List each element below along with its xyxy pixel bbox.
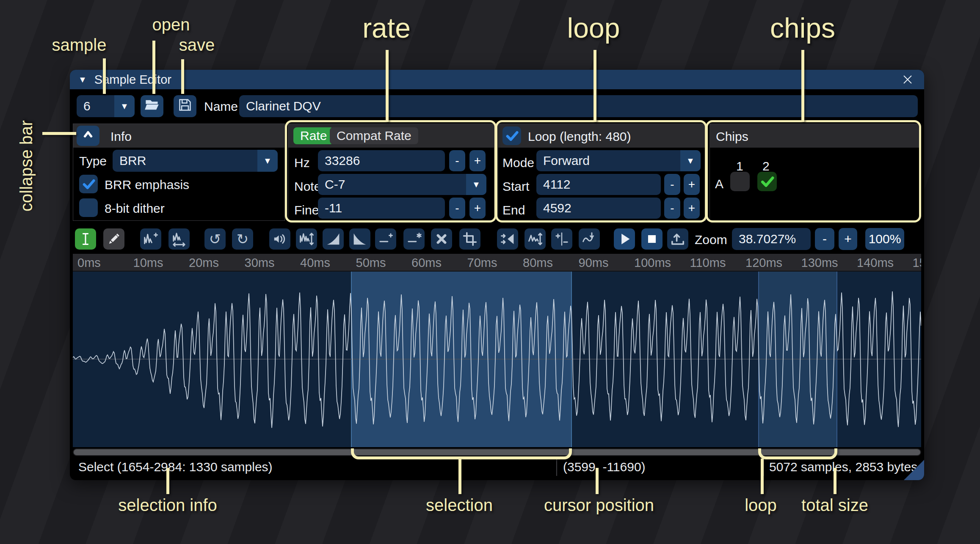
- loop-mode-value: Forward: [543, 154, 590, 168]
- status-separator: [556, 459, 557, 476]
- fade-out-button[interactable]: [349, 228, 370, 250]
- chips-header-label: Chips: [716, 129, 748, 144]
- apply-filter-button[interactable]: [579, 228, 600, 250]
- status-selection-info: Select (1654-2984: 1330 samples): [78, 460, 273, 474]
- window-title: Sample Editor: [94, 73, 171, 87]
- titlebar[interactable]: ▼ Sample Editor: [70, 70, 924, 89]
- chevron-up-icon: [81, 128, 95, 144]
- ruler-tick: 70ms: [467, 256, 497, 270]
- insert-silence-button[interactable]: [375, 228, 396, 250]
- note-value: C-7: [325, 177, 345, 192]
- type-value: BRR: [119, 154, 146, 168]
- name-input[interactable]: Clarinet DQV: [239, 95, 918, 117]
- annotation-cursor-position: cursor position: [544, 496, 654, 515]
- amplify-button[interactable]: [269, 228, 290, 250]
- note-dropdown[interactable]: C-7 ▼: [318, 174, 486, 195]
- chip-2-checkbox[interactable]: [757, 172, 777, 191]
- annotation-rate: rate: [362, 12, 411, 44]
- loop-end-input[interactable]: 4592: [536, 198, 661, 219]
- hz-plus-button[interactable]: +: [469, 150, 486, 171]
- name-value: Clarinet DQV: [246, 99, 321, 113]
- hz-label: Hz: [294, 156, 310, 170]
- waveform-plot: [73, 272, 921, 447]
- annotation-selection-info: selection info: [118, 496, 217, 515]
- type-label: Type: [79, 154, 107, 168]
- chevron-down-icon[interactable]: ▼: [114, 95, 135, 117]
- chevron-down-icon[interactable]: ▼: [257, 150, 278, 172]
- zoom-reset-button[interactable]: 100%: [865, 228, 904, 250]
- annotation-line-save: [181, 59, 184, 94]
- import-button[interactable]: [667, 228, 688, 250]
- chevron-down-icon[interactable]: ▼: [680, 150, 701, 171]
- chevron-down-icon[interactable]: ▼: [466, 174, 486, 195]
- info-panel-header: [73, 124, 284, 148]
- window-collapse-icon[interactable]: ▼: [78, 75, 87, 85]
- dither-checkbox[interactable]: [79, 198, 98, 217]
- loop-start-minus-button[interactable]: -: [664, 174, 680, 195]
- compat-rate-tab[interactable]: Compat Rate: [330, 127, 418, 144]
- reverse-button[interactable]: [497, 228, 518, 250]
- loop-end-plus-button[interactable]: +: [684, 198, 700, 219]
- annotation-bracket-loop: [758, 448, 837, 459]
- resize-button[interactable]: [140, 228, 161, 250]
- loop-mode-dropdown[interactable]: Forward ▼: [536, 150, 701, 171]
- fine-input[interactable]: -11: [318, 198, 445, 219]
- sample-index-dropdown[interactable]: 6 ▼: [77, 95, 135, 117]
- annotation-sample: sample: [52, 36, 107, 55]
- annotation-line-cursor-position: [596, 468, 599, 494]
- waveform-display[interactable]: [73, 272, 921, 447]
- mode-label: Mode: [502, 156, 534, 170]
- save-button[interactable]: [174, 95, 196, 117]
- ruler-tick: 10ms: [133, 256, 163, 270]
- redo-button[interactable]: ↻: [232, 228, 253, 250]
- trim-button[interactable]: [459, 228, 480, 250]
- fine-plus-button[interactable]: +: [469, 198, 486, 219]
- zoom-in-button[interactable]: +: [839, 228, 857, 250]
- play-button[interactable]: [614, 228, 635, 250]
- stop-button[interactable]: [641, 228, 663, 250]
- fine-minus-button[interactable]: -: [449, 198, 465, 219]
- zoom-out-button[interactable]: -: [815, 228, 834, 250]
- delete-button[interactable]: [431, 228, 452, 250]
- apply-silence-button[interactable]: [403, 228, 425, 250]
- loop-start-value: 4112: [543, 177, 571, 192]
- open-button[interactable]: [141, 95, 163, 117]
- hz-minus-button[interactable]: -: [449, 150, 465, 171]
- annotation-line-selection-info: [166, 468, 169, 494]
- annotation-loop: loop: [567, 12, 620, 44]
- annotation-line-collapse-bar: [42, 132, 76, 135]
- hz-input[interactable]: 33286: [318, 150, 445, 171]
- ruler-tick: 90ms: [579, 256, 609, 270]
- fade-in-button[interactable]: [323, 228, 344, 250]
- brr-emphasis-checkbox[interactable]: [79, 175, 98, 193]
- resample-button[interactable]: [168, 228, 190, 250]
- collapse-bar-button[interactable]: [77, 126, 99, 146]
- resize-grip[interactable]: [904, 460, 924, 480]
- rate-tab[interactable]: Rate: [293, 127, 334, 144]
- normalize-button[interactable]: [296, 228, 317, 250]
- signed-unsigned-button[interactable]: [551, 228, 572, 250]
- sample-editor-window: ▼ Sample Editor 6 ▼ Name Clarinet DQV In…: [70, 70, 924, 480]
- ruler-tick: 30ms: [245, 256, 275, 270]
- loop-end-label: End: [502, 203, 525, 217]
- edit-mode-draw-button[interactable]: [103, 228, 124, 250]
- annotation-line-loop: [594, 50, 596, 122]
- loop-checkbox[interactable]: [502, 126, 521, 145]
- close-icon[interactable]: [900, 72, 915, 87]
- chip-1-checkbox[interactable]: [730, 172, 750, 191]
- loop-start-input[interactable]: 4112: [536, 174, 661, 195]
- invert-button[interactable]: [525, 228, 546, 250]
- sample-index-value: 6: [83, 99, 91, 113]
- undo-button[interactable]: ↺: [204, 228, 226, 250]
- type-dropdown[interactable]: BRR ▼: [113, 150, 278, 172]
- loop-end-minus-button[interactable]: -: [664, 198, 680, 219]
- loop-start-plus-button[interactable]: +: [684, 174, 700, 195]
- hz-value: 33286: [325, 154, 360, 168]
- ruler-tick: 0ms: [77, 256, 101, 270]
- zoom-value-input[interactable]: 38.7027%: [732, 228, 811, 250]
- time-ruler[interactable]: 0ms10ms20ms30ms40ms50ms60ms70ms80ms90ms1…: [73, 254, 921, 272]
- annotation-stem-loop: [761, 459, 764, 494]
- floppy-disk-icon: [178, 98, 192, 115]
- edit-mode-select-button[interactable]: [75, 228, 96, 250]
- zoom-label: Zoom: [695, 233, 727, 247]
